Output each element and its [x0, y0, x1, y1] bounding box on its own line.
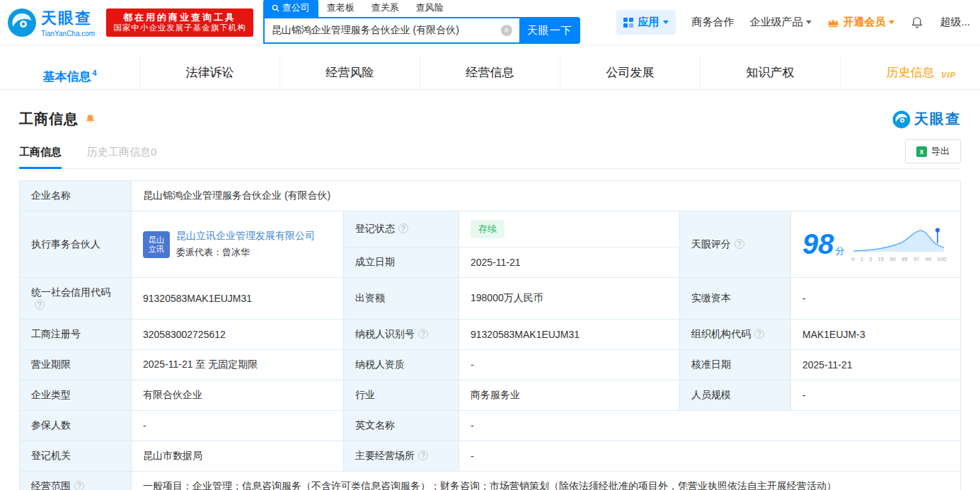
search-box: ×: [263, 17, 519, 44]
help-icon[interactable]: ?: [398, 223, 408, 233]
table-row: 登记机关 昆山市数据局 主要经营场所? -: [20, 441, 961, 472]
help-icon[interactable]: ?: [418, 329, 428, 339]
super-vip-link[interactable]: 超级...: [940, 16, 970, 29]
credit-code-value: 91320583MAK1EUJM31: [132, 278, 344, 320]
english-name-label: 英文名称: [344, 411, 459, 441]
establish-date-label: 成立日期: [344, 247, 459, 278]
executive-partner-label: 执行事务合伙人: [20, 211, 132, 278]
chevron-down-icon: [663, 21, 669, 24]
search-button[interactable]: 天眼一下: [519, 17, 580, 44]
brand-name: 天眼查: [41, 8, 95, 29]
tianyan-score-value: 98分 0131550859799100: [791, 211, 961, 278]
tianyancha-logo-icon: [7, 8, 37, 37]
tianyancha-logo[interactable]: 天眼查 TianYanCha.com: [7, 8, 95, 37]
search-row: × 天眼一下: [263, 17, 580, 44]
company-detail-tabs: 基本信息4 法律诉讼 经营风险 经营信息 公司发展 知识产权 历史信息 VIP: [0, 57, 980, 90]
help-icon[interactable]: ?: [74, 481, 84, 490]
status-badge: 存续: [471, 220, 505, 238]
paid-capital-label: 实缴资本: [680, 278, 791, 320]
score-number: 98分: [802, 228, 845, 260]
reg-status-value: 存续: [459, 211, 680, 247]
tab-basic-info[interactable]: 基本信息4: [0, 57, 140, 89]
subtab-history-business-info[interactable]: 历史工商信息0: [87, 146, 156, 159]
tab-history-info[interactable]: 历史信息 VIP: [841, 57, 980, 89]
chevron-down-icon: [806, 21, 812, 24]
capital-label: 出资额: [344, 278, 459, 320]
tab-company-development[interactable]: 公司发展: [560, 57, 701, 89]
taxpayer-id-label: 纳税人识别号?: [344, 320, 459, 350]
search-tab-company[interactable]: 查公司: [263, 0, 318, 17]
enterprise-products-menu[interactable]: 企业级产品: [749, 16, 812, 29]
establish-date-value: 2025-11-21: [459, 247, 680, 278]
export-button[interactable]: x 导出: [905, 139, 961, 163]
capital-value: 198000万人民币: [459, 278, 680, 320]
table-row: 经营范围? 一般项目：企业管理；信息咨询服务（不含许可类信息咨询服务）；财务咨询…: [20, 472, 961, 490]
table-row: 企业名称 昆山锦鸿企业管理服务合伙企业 (有限合伙): [20, 181, 961, 211]
clear-icon[interactable]: ×: [501, 25, 512, 36]
top-header: 天眼查 TianYanCha.com 都在用的商业查询工具 国家中小企业发展子基…: [0, 0, 980, 45]
tab-basic-info-label: 基本信息: [42, 70, 91, 83]
search-input[interactable]: [265, 25, 501, 36]
tab-history-info-label: 历史信息: [887, 66, 935, 79]
table-row: 执行事务合伙人 昆山立讯 昆山立讯企业管理发展有限公司 委派代表：曾冰华 登记状…: [20, 211, 961, 247]
executive-partner-value: 昆山立讯 昆山立讯企业管理发展有限公司 委派代表：曾冰华: [132, 211, 344, 278]
partner-representative: 委派代表：曾冰华: [176, 246, 315, 259]
org-code-value: MAK1EUJM-3: [791, 320, 961, 350]
industry-value: 商务服务业: [459, 380, 680, 411]
excel-icon: x: [916, 146, 927, 157]
partner-company-link[interactable]: 昆山立讯企业管理发展有限公司: [176, 230, 315, 243]
partner-company-logo: 昆山立讯: [143, 231, 170, 258]
business-info-table: 企业名称 昆山锦鸿企业管理服务合伙企业 (有限合伙) 执行事务合伙人 昆山立讯 …: [19, 180, 961, 490]
taxpayer-id-value: 91320583MAK1EUJM31: [459, 320, 680, 350]
score-axis-ticks: 0131550859799100: [852, 256, 947, 262]
tianyancha-logo-icon: [892, 110, 911, 129]
help-icon[interactable]: ?: [734, 239, 744, 249]
vip-badge: VIP: [941, 59, 956, 91]
section-title: 工商信息: [19, 110, 79, 129]
search-module: 查公司 查老板 查关系 查风险 × 天眼一下: [263, 1, 580, 44]
search-tab-relation[interactable]: 查关系: [363, 0, 408, 17]
apps-menu[interactable]: 应用: [616, 10, 676, 35]
business-scope-label: 经营范围?: [20, 472, 132, 490]
enterprise-products-label: 企业级产品: [749, 16, 802, 29]
tab-operation-info[interactable]: 经营信息: [420, 57, 560, 89]
header-right-nav: 应用 商务合作 企业级产品 开通会员: [616, 10, 970, 35]
apps-grid-icon: [623, 18, 633, 28]
table-row: 营业期限 2025-11-21 至 无固定期限 纳税人资质 - 核准日期 202…: [20, 350, 961, 380]
business-cooperation-link[interactable]: 商务合作: [691, 16, 734, 29]
subscribe-bell-icon[interactable]: [84, 113, 96, 125]
tab-operation-risk[interactable]: 经营风险: [280, 57, 420, 89]
business-term-label: 营业期限: [20, 350, 132, 380]
search-tab-boss[interactable]: 查老板: [318, 0, 363, 17]
help-icon[interactable]: ?: [754, 329, 764, 339]
search-tab-risk[interactable]: 查风险: [408, 0, 452, 17]
table-row: 统一社会信用代码? 91320583MAK1EUJM31 出资额 198000万…: [20, 278, 961, 320]
help-icon[interactable]: ?: [35, 300, 45, 310]
tab-legal-litigation[interactable]: 法律诉讼: [140, 57, 280, 89]
search-tab-company-label: 查公司: [282, 1, 310, 14]
help-icon[interactable]: ?: [418, 450, 428, 460]
reg-authority-label: 登记机关: [20, 441, 132, 472]
main-content: 工商信息 天眼查 工商信息 历史工商信息0 x: [0, 110, 980, 490]
vip-upgrade-label: 开通会员: [843, 16, 885, 29]
tab-intellectual-property[interactable]: 知识产权: [701, 57, 841, 89]
subtab-business-info[interactable]: 工商信息: [19, 146, 62, 159]
promo-line2: 国家中小企业发展子基金旗下机构: [113, 23, 246, 33]
promo-banner: 都在用的商业查询工具 国家中小企业发展子基金旗下机构: [106, 8, 253, 37]
section-header: 工商信息 天眼查: [19, 110, 961, 129]
vip-upgrade-menu[interactable]: 开通会员: [827, 16, 894, 29]
staff-size-label: 人员规模: [680, 380, 791, 411]
taxpayer-quality-label: 纳税人资质: [344, 350, 459, 380]
tab-count-badge: 4: [92, 69, 96, 77]
reg-number-label: 工商注册号: [20, 320, 132, 350]
business-scope-value: 一般项目：企业管理；信息咨询服务（不含许可类信息咨询服务）；财务咨询；市场营销策…: [132, 472, 961, 490]
taxpayer-quality-value: -: [459, 350, 680, 380]
staff-size-value: -: [791, 380, 961, 411]
paid-capital-value: -: [791, 278, 961, 320]
tianyancha-watermark-logo: 天眼查: [892, 110, 961, 129]
approval-date-value: 2025-11-21: [791, 350, 961, 380]
reg-status-label: 登记状态?: [344, 211, 459, 247]
page: 天眼查 TianYanCha.com 都在用的商业查询工具 国家中小企业发展子基…: [0, 0, 980, 490]
company-name-label: 企业名称: [20, 181, 132, 211]
notification-bell-icon[interactable]: [910, 16, 924, 30]
